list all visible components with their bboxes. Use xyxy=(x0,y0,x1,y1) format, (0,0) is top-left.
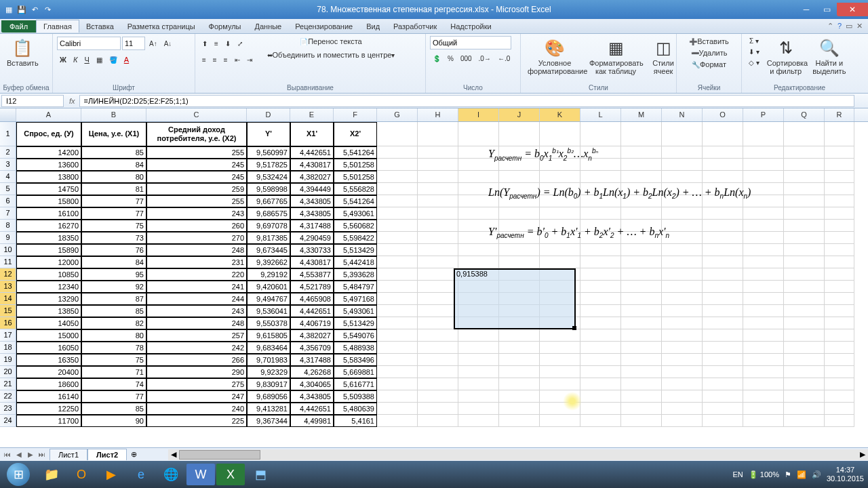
header-cell-N[interactable] xyxy=(662,122,703,146)
cell-F10[interactable]: 5,513429 xyxy=(334,244,377,256)
sheet-nav-last-icon[interactable]: ⏭ xyxy=(37,451,47,458)
cell-B5[interactable]: 81 xyxy=(81,183,146,195)
header-cell-Q[interactable] xyxy=(784,122,825,146)
row-header-16[interactable]: 16 xyxy=(0,317,16,329)
cell-G11[interactable] xyxy=(377,256,418,268)
inc-decimal-icon[interactable]: .0→ xyxy=(476,54,494,64)
cell-H8[interactable] xyxy=(418,220,458,232)
cell-N20[interactable] xyxy=(662,366,703,378)
cell-B15[interactable]: 85 xyxy=(81,305,146,317)
cell-M16[interactable] xyxy=(621,317,662,329)
taskbar-lang[interactable]: EN xyxy=(732,470,743,479)
taskbar-flag-icon[interactable]: ⚑ xyxy=(785,470,791,479)
horizontal-scrollbar[interactable]: ◀▶ xyxy=(168,449,868,460)
cell-P13[interactable] xyxy=(743,281,784,293)
cell-K18[interactable] xyxy=(540,342,580,354)
sheet-tab-1[interactable]: Лист1 xyxy=(50,449,87,460)
cell-L15[interactable] xyxy=(580,305,621,317)
cell-D8[interactable]: 9,697078 xyxy=(247,220,290,232)
taskbar-outlook[interactable]: O xyxy=(67,464,96,485)
cell-F22[interactable]: 5,509388 xyxy=(334,390,377,403)
taskbar-sound-icon[interactable]: 🔊 xyxy=(812,470,821,479)
cell-L11[interactable] xyxy=(580,256,621,268)
cell-H19[interactable] xyxy=(418,354,458,366)
row-header-23[interactable]: 23 xyxy=(0,403,16,415)
comma-icon[interactable]: 000 xyxy=(458,54,475,64)
cell-I20[interactable] xyxy=(458,366,499,378)
cell-I21[interactable] xyxy=(458,378,499,390)
format-table-button[interactable]: ▦Форматировать как таблицу xyxy=(587,36,645,77)
cell-M15[interactable] xyxy=(621,305,662,317)
cell-L12[interactable] xyxy=(580,268,621,281)
font-name-select[interactable] xyxy=(57,37,121,50)
cell-B2[interactable]: 85 xyxy=(81,146,146,159)
cell-O13[interactable] xyxy=(703,281,743,293)
taskbar-chrome[interactable]: 🌐 xyxy=(157,464,185,485)
taskbar-ie[interactable]: e xyxy=(127,464,155,485)
cell-L10[interactable] xyxy=(580,244,621,256)
cell-C15[interactable]: 243 xyxy=(146,305,247,317)
cell-H20[interactable] xyxy=(418,366,458,378)
cell-N23[interactable] xyxy=(662,403,703,415)
cell-C10[interactable]: 248 xyxy=(146,244,247,256)
cell-O20[interactable] xyxy=(703,366,743,378)
cell-G18[interactable] xyxy=(377,342,418,354)
cell-D9[interactable]: 9,817385 xyxy=(247,232,290,244)
cell-F20[interactable]: 5,669881 xyxy=(334,366,377,378)
cell-C18[interactable]: 242 xyxy=(146,342,247,354)
cell-I18[interactable] xyxy=(458,342,499,354)
row-header-5[interactable]: 5 xyxy=(0,183,16,195)
cell-B10[interactable]: 76 xyxy=(81,244,146,256)
cell-E7[interactable]: 4,343805 xyxy=(290,207,334,220)
cell-B9[interactable]: 73 xyxy=(81,232,146,244)
currency-icon[interactable]: 💲 xyxy=(430,54,443,64)
col-header-I[interactable]: I xyxy=(458,108,499,121)
align-bot-icon[interactable]: ⬇ xyxy=(222,39,233,49)
cell-B20[interactable]: 71 xyxy=(81,366,146,378)
maximize-button[interactable]: ▭ xyxy=(816,3,837,16)
cell-O18[interactable] xyxy=(703,342,743,354)
cell-C7[interactable]: 243 xyxy=(146,207,247,220)
cell-D4[interactable]: 9,532424 xyxy=(247,171,290,183)
cell-G22[interactable] xyxy=(377,390,418,403)
align-left-icon[interactable]: ≡ xyxy=(199,55,209,65)
cell-L13[interactable] xyxy=(580,281,621,293)
cell-G17[interactable] xyxy=(377,329,418,342)
cell-D14[interactable]: 9,494767 xyxy=(247,293,290,305)
cell-P9[interactable] xyxy=(743,232,784,244)
dec-decimal-icon[interactable]: ←.0 xyxy=(495,54,513,64)
cell-R23[interactable] xyxy=(825,403,854,415)
cell-A18[interactable]: 16050 xyxy=(16,342,81,354)
merge-button[interactable]: ⬌ Объединить и поместить в центре ▾ xyxy=(264,49,398,60)
delete-cells-button[interactable]: ➖ Удалить xyxy=(681,47,737,58)
taskbar-network-icon[interactable]: 📶 xyxy=(797,470,806,479)
row-header-18[interactable]: 18 xyxy=(0,342,16,354)
cell-C21[interactable]: 275 xyxy=(146,378,247,390)
col-header-Q[interactable]: Q xyxy=(784,108,825,121)
paste-button[interactable]: 📋Вставить xyxy=(4,36,41,68)
cell-A3[interactable]: 13600 xyxy=(16,159,81,171)
cell-H4[interactable] xyxy=(418,171,458,183)
cell-L19[interactable] xyxy=(580,354,621,366)
cell-F24[interactable]: 5,4161 xyxy=(334,415,377,427)
col-header-H[interactable]: H xyxy=(418,108,458,121)
cell-C20[interactable]: 290 xyxy=(146,366,247,378)
cell-B13[interactable]: 92 xyxy=(81,281,146,293)
cell-Q9[interactable] xyxy=(784,232,825,244)
cell-H13[interactable] xyxy=(418,281,458,293)
cell-A9[interactable]: 18350 xyxy=(16,232,81,244)
cell-Q18[interactable] xyxy=(784,342,825,354)
redo-icon[interactable]: ↷ xyxy=(42,4,53,15)
col-header-R[interactable]: R xyxy=(825,108,854,121)
cell-H15[interactable] xyxy=(418,305,458,317)
cell-E9[interactable]: 4,290459 xyxy=(290,232,334,244)
cell-B22[interactable]: 77 xyxy=(81,390,146,403)
cell-O22[interactable] xyxy=(703,390,743,403)
cell-A20[interactable]: 20400 xyxy=(16,366,81,378)
cond-format-button[interactable]: 🎨Условное форматирование xyxy=(525,36,585,77)
cell-I7[interactable] xyxy=(458,207,499,220)
wrap-text-button[interactable]: 📄 Перенос текста xyxy=(264,36,398,47)
cell-L21[interactable] xyxy=(580,378,621,390)
cell-E15[interactable]: 4,442651 xyxy=(290,305,334,317)
header-cell-I[interactable] xyxy=(458,122,499,146)
